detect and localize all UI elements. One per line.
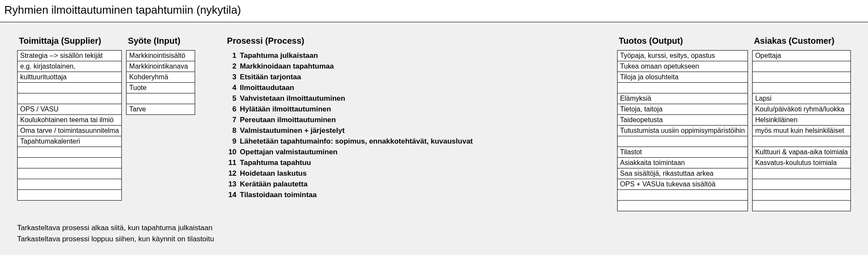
input-cell: Markkinointisisältö bbox=[127, 51, 195, 61]
process-step: 2Markkinoidaan tapahtumaa bbox=[225, 61, 473, 72]
customer-table: Opettaja LapsiKoulu/päiväkoti ryhmä/luok… bbox=[752, 50, 851, 211]
supplier-cell: Koulukohtainen teema tai ilmiö bbox=[18, 115, 122, 126]
process-header: Prosessi (Process) bbox=[225, 33, 473, 50]
customer-cell: Kasvatus-koulutus toimiala bbox=[752, 158, 850, 168]
customer-cell: Koulu/päiväkoti ryhmä/luokka bbox=[752, 104, 850, 115]
process-step-label: Kerätään palautetta bbox=[240, 179, 307, 189]
process-step: 6Hylätään ilmoittautuminen bbox=[225, 104, 473, 114]
supplier-cell bbox=[18, 168, 122, 179]
output-cell bbox=[617, 190, 747, 201]
output-table: Työpaja, kurssi, esitys, opastusTukea om… bbox=[617, 50, 748, 211]
process-step-label: Opettajan valmistautuminen bbox=[240, 147, 338, 157]
output-cell bbox=[617, 136, 747, 147]
input-column: Syöte (Input) MarkkinointisisältöMarkkin… bbox=[126, 33, 195, 115]
customer-header: Asiakas (Customer) bbox=[752, 33, 851, 50]
process-step-number: 3 bbox=[225, 72, 236, 82]
process-column: Prosessi (Process) 1Tapahtuma julkaistaa… bbox=[199, 33, 485, 200]
process-step: 10Opettajan valmistautuminen bbox=[225, 147, 473, 157]
supplier-cell: OPS / VASU bbox=[18, 104, 122, 115]
note-end: Tarkasteltava prosessi loppuu siihen, ku… bbox=[17, 234, 851, 245]
process-step-label: Pereutaan ilmoittautuminen bbox=[240, 114, 336, 125]
process-step-label: Tapahtuma julkaistaan bbox=[240, 50, 318, 61]
supplier-table: Strategia --> sisällön tekijäte.g. kirja… bbox=[17, 50, 122, 201]
supplier-cell bbox=[18, 83, 122, 93]
output-cell: OPS + VASUa tukevaa sisältöä bbox=[617, 179, 747, 190]
customer-cell: Kulttuuri & vapaa-aika toimiala bbox=[752, 147, 850, 158]
process-step-label: Hylätään ilmoittautuminen bbox=[240, 104, 331, 114]
process-step-number: 2 bbox=[225, 61, 236, 72]
process-step: 8Valmistautuminen + järjestelyt bbox=[225, 125, 473, 136]
customer-cell: Opettaja bbox=[752, 51, 850, 61]
process-step-number: 10 bbox=[225, 147, 236, 157]
page-title: Ryhmien ilmoittautuminen tapahtumiin (ny… bbox=[0, 0, 868, 18]
output-cell: Saa sisältöjä, rikastuttaa arkea bbox=[617, 168, 747, 179]
output-cell: Tutustumista uusiin oppimisympäristöihin bbox=[617, 126, 747, 136]
process-step-number: 9 bbox=[225, 136, 236, 147]
process-step-number: 6 bbox=[225, 104, 236, 114]
supplier-cell bbox=[18, 179, 122, 190]
process-step-number: 8 bbox=[225, 125, 236, 136]
customer-cell: Lapsi bbox=[752, 93, 850, 104]
input-table: MarkkinointisisältöMarkkinointikanavaKoh… bbox=[126, 50, 195, 115]
process-step: 13Kerätään palautetta bbox=[225, 179, 473, 189]
process-step-number: 5 bbox=[225, 93, 236, 104]
process-step: 5Vahvistetaan ilmoittautuminen bbox=[225, 93, 473, 104]
process-step-label: Etsitään tarjontaa bbox=[240, 72, 301, 82]
supplier-cell bbox=[18, 190, 122, 201]
process-step-number: 7 bbox=[225, 114, 236, 125]
process-step-number: 13 bbox=[225, 179, 236, 189]
output-column: Tuotos (Output) Työpaja, kurssi, esitys,… bbox=[617, 33, 748, 211]
process-step-label: Tilastoidaan toimintaa bbox=[240, 189, 316, 200]
process-list: 1Tapahtuma julkaistaan2Markkinoidaan tap… bbox=[225, 50, 473, 200]
process-step-label: Valmistautuminen + järjestelyt bbox=[240, 125, 344, 136]
process-step-label: Hoidetaan laskutus bbox=[240, 168, 307, 179]
customer-cell bbox=[752, 83, 850, 93]
customer-cell: myös muut kuin helsinkiläiset bbox=[752, 126, 850, 136]
output-cell: Työpaja, kurssi, esitys, opastus bbox=[617, 51, 747, 61]
input-cell: Kohderyhmä bbox=[127, 72, 195, 83]
output-cell: Elämyksiä bbox=[617, 93, 747, 104]
output-cell: Tukea omaan opetukseen bbox=[617, 61, 747, 72]
customer-cell bbox=[752, 72, 850, 83]
process-step: 9Lähetetään tapahtumainfo: sopimus, enna… bbox=[225, 136, 473, 147]
process-step-label: Lähetetään tapahtumainfo: sopimus, ennak… bbox=[240, 136, 473, 147]
customer-cell bbox=[752, 190, 850, 201]
note-start: Tarkasteltava prosessi alkaa siitä, kun … bbox=[17, 222, 851, 234]
supplier-column: Toimittaja (Supplier) Strategia --> sisä… bbox=[17, 33, 122, 201]
process-step: 3Etsitään tarjontaa bbox=[225, 72, 473, 82]
supplier-cell bbox=[18, 93, 122, 104]
process-step-number: 11 bbox=[225, 157, 236, 168]
supplier-cell bbox=[18, 158, 122, 168]
input-cell bbox=[127, 93, 195, 104]
input-header: Syöte (Input) bbox=[126, 33, 195, 50]
customer-cell bbox=[752, 201, 850, 211]
process-step-number: 14 bbox=[225, 189, 236, 200]
process-step: 7Pereutaan ilmoittautuminen bbox=[225, 114, 473, 125]
customer-column: Asiakas (Customer) Opettaja LapsiKoulu/p… bbox=[752, 33, 851, 211]
process-step-number: 1 bbox=[225, 50, 236, 61]
output-cell bbox=[617, 201, 747, 211]
supplier-header: Toimittaja (Supplier) bbox=[17, 33, 122, 50]
supplier-cell: e.g. kirjastolainen, bbox=[18, 61, 122, 72]
process-step: 12Hoidetaan laskutus bbox=[225, 168, 473, 179]
process-step: 4Ilmoittaudutaan bbox=[225, 82, 473, 93]
process-step: 1Tapahtuma julkaistaan bbox=[225, 50, 473, 61]
output-cell: Tiloja ja olosuhteita bbox=[617, 72, 747, 83]
process-step: 11Tapahtuma tapahtuu bbox=[225, 157, 473, 168]
process-notes: Tarkasteltava prosessi alkaa siitä, kun … bbox=[17, 222, 851, 245]
process-step-label: Markkinoidaan tapahtumaa bbox=[240, 61, 334, 72]
input-cell: Markkinointikanava bbox=[127, 61, 195, 72]
customer-cell bbox=[752, 168, 850, 179]
input-cell: Tuote bbox=[127, 83, 195, 93]
supplier-cell: Oma tarve / toimintasuunnitelma bbox=[18, 126, 122, 136]
supplier-cell: kulttuurituottaja bbox=[18, 72, 122, 83]
output-header: Tuotos (Output) bbox=[617, 33, 748, 50]
supplier-cell bbox=[18, 147, 122, 158]
process-step-label: Vahvistetaan ilmoittautuminen bbox=[240, 93, 345, 104]
customer-cell bbox=[752, 136, 850, 147]
process-step-number: 4 bbox=[225, 82, 236, 93]
output-cell bbox=[617, 83, 747, 93]
customer-cell bbox=[752, 179, 850, 190]
output-cell: Taideopetusta bbox=[617, 115, 747, 126]
output-cell: Tietoja, taitoja bbox=[617, 104, 747, 115]
